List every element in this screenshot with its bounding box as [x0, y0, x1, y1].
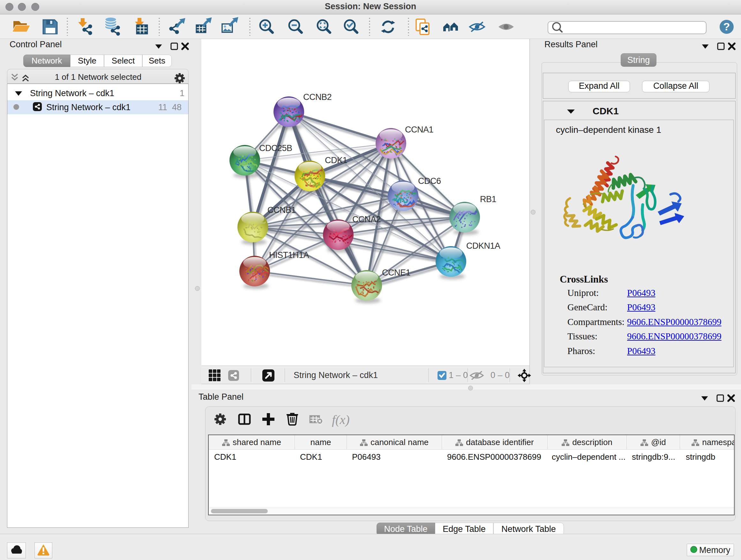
svg-text:CCNE1: CCNE1 [382, 268, 410, 277]
svg-text:CCNA1: CCNA1 [405, 125, 433, 134]
svg-text:CCNB2: CCNB2 [303, 92, 332, 102]
svg-text:CCNA2: CCNA2 [352, 214, 381, 224]
svg-text:CDC25B: CDC25B [259, 143, 292, 153]
svg-text:RB1: RB1 [480, 194, 496, 204]
svg-text:CDK1: CDK1 [325, 155, 347, 165]
svg-text:HIST1H1A: HIST1H1A [269, 250, 309, 260]
svg-text:CCNB1: CCNB1 [267, 205, 296, 215]
svg-text:CDC6: CDC6 [418, 176, 441, 186]
svg-text:CDKN1A: CDKN1A [466, 241, 500, 251]
